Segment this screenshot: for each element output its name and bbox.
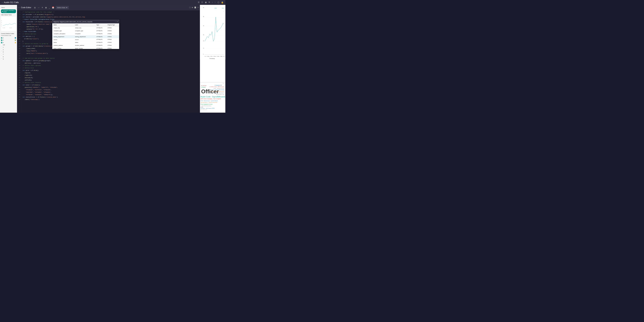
svg-text:Sep, 2017: Sep, 2017 [221,56,225,57]
district-item-5[interactable]: 5 [0,41,17,44]
word-cloud-area: ⇅ Officer al Issues e Repair l Complaint… [200,82,226,113]
word-street-sweeping: ARR Street Sweeping Bat Complaint [200,98,221,100]
col-type-header[interactable]: Type ↑ [95,23,106,26]
code-line: .sort("asc","created_date"); [22,52,199,55]
svg-text:1k: 1k [203,47,204,49]
filter-tag-label: COUNCIL DISTRICT CODE [3,10,15,13]
window-icon[interactable]: ▣ [205,1,207,4]
district-item-1[interactable]: 1 [0,46,17,48]
district-item-3[interactable]: 3 [0,37,17,39]
menu-lines-icon[interactable]: ☰ [198,1,200,4]
word-sign-emergency: Sign Emergency Ditch/Driveway Pipe... [200,102,218,103]
district-checkbox-8[interactable] [1,56,2,58]
calendar-icon[interactable]: 📅 [52,6,54,9]
table-row[interactable]: source source ATTRIBUTE STRING [52,38,119,41]
cell-type: ATTRIBUTE [95,41,106,44]
district-item-6[interactable]: 6 [0,51,17,53]
table-row[interactable]: unique_key unique_key ATTRIBUTE STRING [52,26,119,29]
col-name-header[interactable]: Name [52,23,74,26]
code-line: // Define Color Palette [22,81,199,84]
col-original-type-header[interactable]: Original Type [106,23,119,26]
table-row[interactable]: status status ATTRIBUTE STRING [52,41,119,44]
table-row[interactable]: complaint_type complaint_type ATTRIBUTE … [52,29,119,32]
district-item-4[interactable]: 4 [0,39,17,41]
cell-original-type: STRING [106,29,119,32]
save-icon[interactable]: 💾 [194,6,196,9]
district-item-8[interactable]: 8 [0,56,17,58]
donut-icon[interactable]: ⸻ [37,6,40,9]
close-editor-icon[interactable]: ✕ [197,6,199,9]
word-animal: Animal in Vehicle Flood [216,94,224,95]
nav-back-icon[interactable]: ‹ [18,6,19,8]
upload-icon[interactable]: ↑ [215,1,216,4]
district-checkbox-4[interactable] [1,39,2,41]
cell-original-type: STRING [106,41,119,44]
circle-icon[interactable]: ⭘ [41,6,44,9]
code-line: let staticFilter = cf.Filter('created_da… [22,96,199,98]
bq-table-scroll[interactable]: Name Label Type ↑ Original Type unique_k… [52,23,119,49]
district-label-9: 9 [3,58,16,60]
word-mobility: grounds Lost item in Storm Drainage [211,89,224,90]
district-checkbox-9[interactable] [1,58,2,60]
table-icon[interactable]: ▤ [34,6,36,9]
info-icon[interactable]: ⓘ [189,6,191,9]
cell-label: status [74,41,95,44]
bigquery-modal[interactable]: BigQuery: bigquery-public-data:austin_31… [52,20,119,49]
grid-icon[interactable]: ▦ [45,6,47,9]
select-chart-button[interactable]: Select chart ▼ [56,6,69,9]
table-row[interactable]: incident_address incident_address ATTRIB… [52,44,119,47]
code-line: let grid = cf.Grid() [22,69,199,72]
district-checkbox-5[interactable] [1,42,2,43]
top-icons: ☰ ☷ ▣ ⧉ ↓ ↑ ⓘ 🔒 [198,1,224,4]
help-icon[interactable]: ⓘ [218,1,219,4]
svg-text:5k: 5k [203,16,204,17]
district-subheader: Council District Code [0,35,17,37]
back-button[interactable]: ‹ [2,1,2,4]
district-checkbox-null[interactable] [1,44,2,46]
lock-icon[interactable]: 🔒 [221,1,224,4]
chart-section-title: Calls Volume Trend [0,13,17,16]
table-row[interactable]: complaint_description Complaint ATTRIBUT… [52,32,119,35]
filter-dot [2,11,2,12]
district-item-9[interactable]: 9 [0,58,17,60]
district-item-7[interactable]: 7 [0,53,17,56]
play-icon[interactable]: ▶ [192,6,193,9]
select-chart-label: Select chart [57,6,65,8]
download-icon[interactable]: ↓ [212,1,213,4]
word-repair: e Repair [201,87,206,88]
district-checkbox-3[interactable] [1,37,2,38]
word-pond: Pond Vegetation Control [200,104,212,105]
district-label-3: 3 [3,37,15,38]
district-color-3 [15,37,16,38]
filter-lines-icon[interactable]: ☷ [201,1,203,4]
code-line: // Add metrics and groups to data source [22,57,199,59]
cursor-icon[interactable]: ⧉ [208,1,210,4]
table-row[interactable]: owning_department owning_department ATTR… [52,35,119,38]
code-line: .metrics(...metrics); [22,62,199,64]
modal-close-button[interactable]: ✕ [117,21,118,22]
district-checkbox-7[interactable] [1,54,2,55]
cell-name: owning_department [52,35,74,38]
district-checkbox-6[interactable] [1,51,2,53]
district-item-2[interactable]: 2 [0,48,17,51]
word-sign: adlife Exposure Sign - Parking Sign M... [210,92,224,93]
modal-minimize-button[interactable]: − [115,21,116,22]
col-label-header[interactable]: Label [74,23,95,26]
table-row[interactable]: street_number street_number ATTRIBUTE ST… [52,47,119,49]
line-chart-area: 6k 5k 4k 3k 2k 1k 0 2018 2019 [200,5,226,82]
district-item-null[interactable]: null [0,44,17,46]
code-line [22,55,199,57]
district-checkbox-2[interactable] [1,49,2,50]
calls-volume-chart: 6k- 4k- 2k- 1k- Dec, 2013 Mar, 2014 [1,16,16,31]
table-header-row: Name Label Type ↑ Original Type [52,23,119,26]
main-layout: Filters COUNCIL DISTRICT CODE Calls Volu… [0,5,226,113]
filter-tag[interactable]: COUNCIL DISTRICT CODE [1,9,16,13]
line-icon[interactable]: ⎯ [48,6,50,9]
word-parking: less Mobility Parking Machine Issues [211,91,224,92]
cell-type: ATTRIBUTE [95,26,106,29]
cell-label: incident_address [74,44,95,47]
cell-type: ATTRIBUTE [95,29,106,32]
nav-forward-icon[interactable]: › [19,6,20,8]
district-checkbox-1[interactable] [1,47,2,48]
expand-icon[interactable]: ⇅ [223,83,224,84]
